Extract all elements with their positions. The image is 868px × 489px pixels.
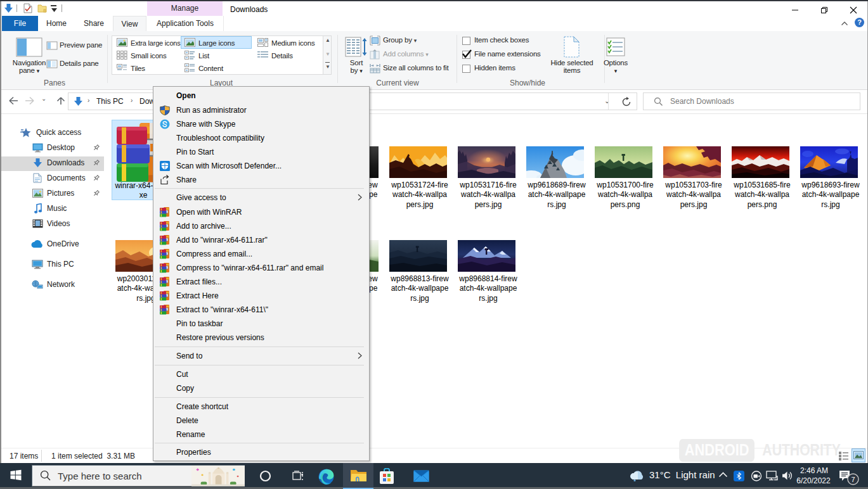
svg-text:7: 7	[851, 476, 855, 483]
